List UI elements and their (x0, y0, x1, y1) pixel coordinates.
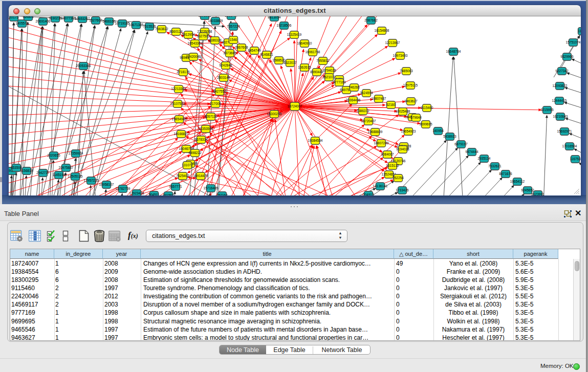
svg-text:18724007: 18724007 (288, 104, 302, 108)
svg-text:11325419: 11325419 (287, 33, 302, 36)
svg-text:10077305: 10077305 (61, 16, 76, 20)
svg-text:17359924: 17359924 (69, 151, 83, 155)
svg-text:16648784: 16648784 (446, 50, 461, 53)
svg-text:9474444: 9474444 (465, 150, 478, 154)
svg-text:3215955: 3215955 (540, 108, 554, 112)
svg-text:252254: 252254 (393, 176, 404, 180)
svg-text:2718176: 2718176 (177, 70, 190, 74)
svg-text:18300295: 18300295 (267, 112, 282, 116)
svg-text:931567: 931567 (163, 193, 174, 195)
svg-text:8660124: 8660124 (169, 30, 183, 33)
svg-text:579644: 579644 (410, 116, 422, 119)
svg-text:19218506: 19218506 (277, 24, 292, 27)
svg-text:746266: 746266 (349, 85, 360, 89)
svg-text:16033809: 16033809 (208, 19, 223, 23)
svg-text:3624554: 3624554 (360, 91, 373, 95)
svg-text:16961758: 16961758 (306, 50, 320, 54)
svg-text:1615132: 1615132 (386, 164, 399, 167)
svg-text:10671385: 10671385 (129, 23, 144, 27)
svg-text:10107552: 10107552 (170, 102, 185, 105)
svg-text:9146821: 9146821 (260, 53, 273, 56)
svg-text:2942737: 2942737 (36, 171, 50, 174)
svg-text:8813054: 8813054 (268, 16, 281, 19)
svg-text:10958107: 10958107 (99, 183, 114, 186)
svg-text:2867608: 2867608 (235, 46, 248, 49)
svg-text:9245652: 9245652 (521, 188, 534, 192)
svg-text:12213967: 12213967 (385, 41, 400, 45)
svg-text:15692971: 15692971 (557, 129, 572, 133)
svg-text:16914479: 16914479 (193, 174, 208, 178)
svg-text:5912954: 5912954 (182, 33, 195, 36)
svg-text:204913: 204913 (363, 193, 374, 195)
svg-text:9194023: 9194023 (396, 147, 409, 151)
svg-text:8427552: 8427552 (213, 90, 226, 93)
svg-text:17957225: 17957225 (84, 179, 99, 182)
svg-text:1733426: 1733426 (396, 188, 409, 192)
svg-text:9084067: 9084067 (381, 152, 394, 156)
svg-text:12975115: 12975115 (403, 83, 418, 87)
svg-text:12213349: 12213349 (171, 87, 186, 91)
svg-text:7663822: 7663822 (155, 27, 168, 31)
svg-text:20691406: 20691406 (36, 19, 51, 23)
svg-text:8678334: 8678334 (194, 138, 208, 141)
svg-text:12444415: 12444415 (552, 99, 567, 102)
svg-text:12505135: 12505135 (68, 174, 83, 178)
svg-text:9699695: 9699695 (419, 122, 432, 126)
svg-text:6879197: 6879197 (454, 142, 468, 146)
svg-text:9777169: 9777169 (333, 80, 346, 84)
svg-text:10807487: 10807487 (372, 97, 386, 100)
svg-text:1527602: 1527602 (89, 18, 102, 22)
svg-text:9463627: 9463627 (404, 99, 418, 103)
svg-text:5938923: 5938923 (443, 135, 456, 138)
svg-text:9115460: 9115460 (421, 106, 433, 110)
svg-text:1145194: 1145194 (53, 173, 66, 177)
svg-text:12923428: 12923428 (129, 191, 144, 195)
svg-text:3373685: 3373685 (223, 51, 236, 55)
svg-text:1156819: 1156819 (20, 169, 33, 172)
svg-text:7515526: 7515526 (143, 25, 156, 28)
svg-text:10654112: 10654112 (510, 180, 525, 183)
svg-text:7485063: 7485063 (400, 69, 413, 73)
svg-text:8616707: 8616707 (225, 16, 238, 17)
svg-text:19166827: 19166827 (174, 132, 189, 136)
svg-text:20175: 20175 (9, 16, 18, 19)
svg-text:20364436: 20364436 (346, 98, 361, 102)
svg-text:12093822: 12093822 (553, 84, 568, 87)
svg-text:2803144: 2803144 (217, 76, 230, 79)
svg-text:7955812: 7955812 (316, 59, 330, 62)
svg-text:19384554: 19384554 (308, 139, 323, 142)
svg-text:9657771: 9657771 (169, 185, 182, 188)
svg-text:1106533: 1106533 (199, 16, 211, 17)
svg-text:7357224: 7357224 (227, 25, 240, 28)
svg-text:8471676: 8471676 (499, 172, 512, 176)
svg-text:10973493: 10973493 (393, 54, 408, 57)
svg-text:9227342: 9227342 (555, 69, 569, 73)
svg-text:19854945: 19854945 (172, 117, 187, 121)
svg-text:2020655: 2020655 (47, 154, 60, 157)
svg-text:116753: 116753 (570, 157, 581, 161)
svg-text:19654923: 19654923 (401, 129, 416, 133)
svg-text:131072: 131072 (182, 163, 193, 167)
svg-text:16154808: 16154808 (375, 29, 389, 32)
svg-text:11120: 11120 (578, 29, 581, 33)
svg-text:6794028: 6794028 (323, 69, 336, 72)
svg-text:8123991: 8123991 (531, 192, 545, 195)
svg-text:2087682: 2087682 (364, 18, 378, 22)
svg-text:16640910: 16640910 (297, 41, 312, 45)
svg-text:17016504: 17016504 (562, 144, 577, 148)
svg-text:1405572: 1405572 (15, 21, 29, 25)
svg-text:9329966: 9329966 (560, 55, 574, 58)
svg-text:20053346: 20053346 (76, 64, 91, 68)
svg-text:2935114: 2935114 (478, 157, 491, 160)
svg-text:62160: 62160 (386, 103, 396, 106)
svg-text:20975887: 20975887 (59, 166, 74, 169)
svg-text:9242848: 9242848 (219, 63, 232, 67)
svg-text:16210643: 16210643 (553, 115, 568, 118)
svg-text:7625402: 7625402 (176, 174, 189, 178)
svg-text:16543362: 16543362 (188, 41, 203, 45)
svg-text:8322037: 8322037 (284, 61, 297, 64)
svg-text:22420046: 22420046 (186, 55, 201, 58)
svg-text:18807249: 18807249 (374, 141, 389, 145)
svg-text:9190235: 9190235 (49, 16, 62, 20)
svg-text:1362615: 1362615 (298, 65, 311, 69)
